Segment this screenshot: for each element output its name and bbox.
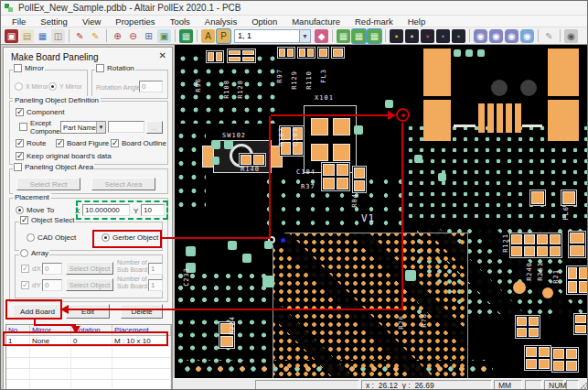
object-select-checkbox[interactable]: ✓Object Select bbox=[19, 216, 76, 224]
menu-item-setting[interactable]: Setting bbox=[33, 16, 75, 27]
pcb-component[interactable] bbox=[551, 347, 579, 373]
route-checkbox[interactable]: ✓Route bbox=[15, 139, 47, 147]
zoom-in-icon[interactable]: ⊕ bbox=[111, 29, 124, 43]
array-radio[interactable]: Array bbox=[19, 249, 49, 257]
part-name-combo[interactable]: Part Name▼ bbox=[60, 121, 106, 134]
zoom-fit-icon[interactable]: ▣ bbox=[157, 29, 171, 43]
pcb-component[interactable] bbox=[509, 233, 562, 258]
pcb-component[interactable] bbox=[321, 162, 350, 191]
dark-tool-3-icon[interactable]: ▪ bbox=[421, 29, 434, 43]
pcb-component[interactable] bbox=[524, 345, 551, 371]
rotation-angle-input[interactable] bbox=[139, 81, 163, 92]
combo-arrow-icon[interactable]: ▼ bbox=[96, 122, 105, 133]
menu-item-red-mark[interactable]: Red-mark bbox=[347, 16, 401, 27]
pcb-component[interactable] bbox=[331, 47, 345, 59]
pcb-component[interactable] bbox=[239, 153, 266, 167]
dy-select-object-button[interactable]: Select Object bbox=[66, 278, 113, 291]
pcb-component[interactable] bbox=[206, 50, 224, 63]
x-mirror-radio[interactable]: X Mirror bbox=[14, 82, 49, 91]
pcb-component[interactable] bbox=[317, 47, 329, 59]
highlight-pen-icon[interactable]: ✎ bbox=[89, 29, 102, 43]
sim-tool-1-icon[interactable]: ◉ bbox=[474, 29, 487, 43]
view-scale-combo[interactable]: 1, 1 ▼ bbox=[234, 29, 311, 43]
board-green-3-icon[interactable]: ▦ bbox=[368, 29, 381, 43]
dark-tool-1-icon[interactable]: ▪ bbox=[390, 29, 403, 43]
paneling-object-area-checkbox[interactable]: Paneling Object Area bbox=[13, 163, 94, 171]
pcb-component[interactable] bbox=[568, 231, 586, 258]
dx-input[interactable] bbox=[42, 263, 62, 275]
rotation-checkbox[interactable]: Rotation bbox=[95, 64, 135, 72]
camera-icon[interactable]: ◉ bbox=[564, 29, 578, 43]
except-component-checkbox[interactable] bbox=[18, 123, 28, 131]
sim-tool-2-icon[interactable]: ◉ bbox=[489, 29, 503, 43]
dy-number-input[interactable] bbox=[148, 279, 163, 291]
open-file-icon[interactable]: ▤ bbox=[20, 29, 34, 43]
pcb-component[interactable] bbox=[529, 190, 546, 206]
print-icon[interactable]: ◫ bbox=[51, 29, 65, 43]
save-file-icon[interactable]: ▦ bbox=[36, 29, 49, 43]
pcb-component[interactable] bbox=[566, 265, 588, 295]
edit-button[interactable]: Edit bbox=[66, 304, 110, 319]
zoom-window-icon[interactable]: ⊞ bbox=[142, 29, 155, 43]
pcb-component[interactable] bbox=[227, 49, 256, 63]
pcb-canvas[interactable]: R96R108R128R97R129R110FL3SW102X101R107C1… bbox=[175, 45, 588, 378]
menu-item-manufacture[interactable]: Manufacture bbox=[284, 16, 347, 27]
brush-icon[interactable]: ✎ bbox=[542, 29, 556, 43]
table-row-empty[interactable] bbox=[6, 380, 171, 390]
dy-checkbox[interactable]: ✓dY bbox=[20, 281, 42, 289]
app-home-icon[interactable]: ▣ bbox=[5, 29, 18, 43]
select-rect-button[interactable]: Select Rect bbox=[16, 178, 80, 190]
menu-item-analysis[interactable]: Analysis bbox=[198, 16, 244, 27]
pcb-component[interactable] bbox=[352, 166, 367, 193]
pcb-component[interactable] bbox=[277, 47, 295, 59]
dark-tool-4-icon[interactable]: ▪ bbox=[436, 29, 450, 43]
color-flag-icon[interactable]: ◆ bbox=[315, 29, 328, 43]
board-outline-checkbox[interactable]: ✓Board Outline bbox=[110, 139, 167, 147]
dark-tool-5-icon[interactable]: ▪ bbox=[452, 29, 465, 43]
table-row-empty[interactable] bbox=[6, 347, 171, 358]
sim-tool-3-icon[interactable]: ◉ bbox=[505, 29, 519, 43]
dy-input[interactable] bbox=[42, 279, 62, 291]
board-view-icon[interactable]: ▦ bbox=[179, 29, 193, 43]
menu-item-view[interactable]: View bbox=[75, 16, 108, 27]
y-mirror-radio[interactable]: Y Mirror bbox=[48, 82, 83, 91]
menu-item-help[interactable]: Help bbox=[401, 16, 433, 27]
board-figure-checkbox[interactable]: ✓Board Figure bbox=[55, 139, 110, 147]
pcb-component[interactable] bbox=[561, 190, 577, 206]
board-green-1-icon[interactable]: ▦ bbox=[337, 29, 350, 43]
redmark-line bbox=[34, 324, 76, 326]
move-to-radio[interactable]: Move To bbox=[15, 206, 55, 214]
redline-pen-icon[interactable]: ✎ bbox=[73, 29, 87, 43]
pcb-component-v1-bga[interactable] bbox=[273, 233, 468, 378]
browse-button[interactable]: ... bbox=[146, 121, 163, 134]
except-value-input[interactable] bbox=[108, 121, 144, 133]
component-checkbox[interactable]: ✓Component bbox=[15, 108, 65, 116]
pcb-component[interactable] bbox=[297, 47, 315, 59]
layer-p-icon[interactable]: P bbox=[217, 29, 230, 43]
delete-button[interactable]: Delete bbox=[121, 304, 163, 319]
menu-item-option[interactable]: Option bbox=[244, 16, 284, 27]
board-green-2-icon[interactable]: ▦ bbox=[352, 29, 366, 43]
layer-a-icon[interactable]: A bbox=[201, 29, 215, 43]
dx-select-object-button[interactable]: Select Object bbox=[66, 262, 113, 275]
pcb-component[interactable] bbox=[515, 315, 540, 339]
zoom-out-icon[interactable]: ⊖ bbox=[126, 29, 140, 43]
dx-number-input[interactable] bbox=[148, 263, 163, 275]
silkscreen-label-fl3: FL3 bbox=[321, 69, 327, 83]
dark-tool-2-icon[interactable]: ▪ bbox=[405, 29, 419, 43]
mirror-checkbox[interactable]: Mirror bbox=[13, 64, 45, 72]
select-area-button[interactable]: Select Area bbox=[91, 178, 155, 190]
dx-checkbox[interactable]: ✓dX bbox=[20, 265, 42, 273]
table-row-empty[interactable] bbox=[6, 358, 171, 369]
menu-item-file[interactable]: File bbox=[5, 16, 33, 27]
cad-object-radio[interactable]: CAD Object bbox=[26, 233, 77, 242]
menu-item-tools[interactable]: Tools bbox=[163, 16, 198, 27]
table-row-empty[interactable] bbox=[6, 369, 171, 380]
sim-tool-4-icon[interactable]: ◉ bbox=[520, 29, 534, 43]
keep-original-checkbox[interactable]: ✓Keep original board's data bbox=[15, 152, 112, 160]
menu-item-properties[interactable]: Properties bbox=[108, 16, 162, 27]
pcb-component[interactable] bbox=[573, 313, 588, 335]
resize-grip[interactable] bbox=[579, 381, 588, 390]
close-icon[interactable]: ✕ bbox=[159, 50, 166, 60]
combo-dropdown-icon[interactable]: ▼ bbox=[299, 30, 310, 42]
